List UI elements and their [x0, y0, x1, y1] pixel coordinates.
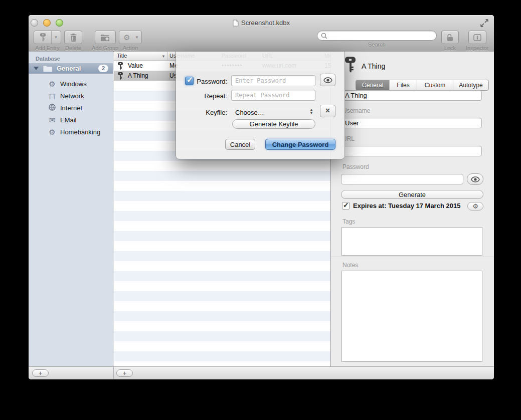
gear-icon: ⚙: [120, 31, 133, 44]
expires-checkbox[interactable]: [342, 202, 350, 209]
lock-label: Lock: [444, 45, 456, 51]
change-password-button[interactable]: Change Password: [265, 139, 335, 150]
add-entry-footer-button[interactable]: +: [116, 369, 133, 377]
keyfile-popup[interactable]: Choose…: [235, 109, 264, 116]
generate-keyfile-button[interactable]: Generate Keyfile: [232, 119, 315, 129]
key-icon: [118, 72, 123, 81]
tab-files[interactable]: Files: [390, 80, 417, 90]
add-group-footer-button[interactable]: +: [32, 369, 49, 377]
notes-label: Notes: [342, 262, 358, 269]
sidebar-item-homebanking[interactable]: ⚙ Homebanking: [29, 126, 113, 138]
title-field[interactable]: [341, 90, 482, 101]
sidebar-item-email[interactable]: ✉ EMail: [29, 114, 113, 126]
add-group-button[interactable]: [95, 31, 116, 44]
reveal-password-button[interactable]: [467, 173, 483, 185]
key-icon: [40, 33, 46, 42]
delete-label: Delete: [65, 45, 81, 51]
folder-icon: [43, 65, 53, 72]
clear-keyfile-button[interactable]: ×: [320, 105, 335, 117]
chevron-down-icon: ▾: [136, 35, 138, 40]
expires-label: Expires at: Tuesday 17 March 2015: [353, 202, 460, 209]
add-entry-button[interactable]: ▾: [34, 31, 61, 44]
sidebar-item-label: Homebanking: [60, 128, 100, 136]
unlock-icon: [446, 34, 454, 42]
search-label: Search: [368, 42, 386, 48]
desktop-background: Screenshot.kdbx ▾ Add Entry Delete: [0, 0, 521, 420]
zoom-button[interactable]: [56, 19, 63, 27]
expires-settings-button[interactable]: ⚙: [467, 202, 483, 211]
tab-general[interactable]: General: [356, 80, 390, 90]
dialog-password-input[interactable]: [231, 75, 315, 86]
sort-descending-icon: ▼: [161, 54, 165, 59]
dialog-reveal-password-button[interactable]: [320, 74, 335, 86]
cell-title: A Thing: [128, 72, 148, 79]
chevron-down-icon: ▾: [55, 35, 57, 40]
dialog-keyfile-label: Keyfile:: [176, 109, 227, 116]
password-field[interactable]: [341, 174, 463, 184]
generate-password-button[interactable]: Generate: [341, 190, 483, 199]
sidebar-group-badge: 2: [98, 65, 108, 72]
sidebar-group-general[interactable]: General 2: [29, 63, 113, 74]
sidebar-item-internet[interactable]: Internet: [29, 102, 113, 114]
sidebar-item-network[interactable]: ▤ Network: [29, 90, 113, 102]
key-icon: [345, 57, 356, 73]
sidebar-item-label: EMail: [60, 116, 77, 124]
trash-icon: [70, 34, 77, 42]
tab-custom[interactable]: Custom: [417, 80, 453, 90]
window-header: Screenshot.kdbx ▾ Add Entry Delete: [29, 15, 494, 52]
inspector-entry-title: A Thing: [362, 62, 385, 70]
delete-button[interactable]: [64, 31, 82, 44]
close-button[interactable]: [31, 19, 38, 27]
gear-icon: ⚙: [48, 128, 57, 136]
gear-icon: ⚙: [48, 80, 57, 88]
sidebar-item-label: Internet: [60, 104, 82, 112]
sidebar-section-header: Database: [36, 56, 60, 62]
username-field[interactable]: [341, 118, 482, 128]
stepper-icon[interactable]: ▴▾: [310, 108, 312, 115]
folder-plus-icon: [101, 34, 110, 41]
url-field[interactable]: [341, 146, 482, 156]
column-header-title[interactable]: Title: [117, 53, 127, 59]
password-label: Password: [342, 163, 369, 170]
close-icon: ×: [325, 107, 330, 115]
notes-box[interactable]: [341, 271, 482, 362]
fullscreen-icon[interactable]: [480, 19, 489, 28]
key-icon: [118, 62, 123, 71]
change-password-dialog: Password: Repeat: Keyfile: Choose… ▴▾ × …: [176, 52, 345, 159]
tab-autotype[interactable]: Autotype: [453, 80, 488, 90]
sidebar-item-label: Windows: [60, 80, 87, 88]
envelope-icon: ✉: [48, 116, 57, 124]
divider: [113, 367, 114, 379]
document-icon: [233, 20, 239, 27]
info-icon: [473, 34, 481, 41]
sidebar-item-label: Network: [60, 92, 84, 100]
lock-button[interactable]: [441, 31, 459, 44]
search-input[interactable]: [317, 31, 437, 41]
inspector-panel: A Thing General Files Custom Autotype Us…: [330, 52, 494, 366]
dialog-password-label: Password:: [176, 78, 227, 85]
tags-box[interactable]: [341, 227, 482, 256]
eye-icon: [323, 77, 332, 83]
add-entry-label: Add Entry: [35, 45, 59, 51]
inspector-label: Inspector: [466, 45, 488, 51]
dialog-repeat-input[interactable]: [231, 90, 315, 101]
inspector-button[interactable]: [468, 31, 486, 44]
tags-label: Tags: [342, 218, 355, 225]
dialog-repeat-label: Repeat:: [176, 92, 227, 100]
cancel-button[interactable]: Cancel: [225, 139, 255, 150]
action-label: Action: [123, 45, 138, 51]
action-button[interactable]: ⚙ ▾: [119, 31, 142, 44]
add-group-label: Add Group: [92, 45, 118, 51]
gear-icon: ⚙: [472, 202, 478, 210]
username-label: Username: [342, 107, 370, 114]
eye-icon: [471, 176, 480, 182]
app-window: Screenshot.kdbx ▾ Add Entry Delete: [29, 15, 494, 379]
search-icon: [321, 33, 327, 39]
bottom-bar: + +: [29, 366, 494, 379]
toolbar: ▾ Add Entry Delete Add Group: [29, 31, 494, 52]
disclosure-triangle-icon[interactable]: [34, 67, 39, 70]
globe-icon: [48, 104, 57, 112]
divider: [331, 257, 494, 257]
minimize-button[interactable]: [43, 19, 51, 27]
sidebar-item-windows[interactable]: ⚙ Windows: [29, 78, 113, 90]
